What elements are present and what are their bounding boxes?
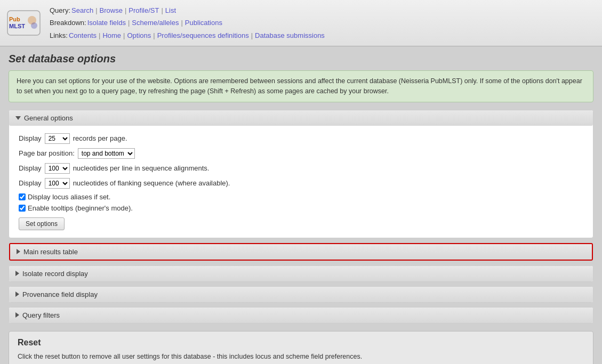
- info-text: Here you can set options for your use of…: [17, 77, 582, 95]
- page-title: Set database options: [9, 53, 593, 65]
- nucleotides-line-row: Display 50 100 200 500 nucleotides per l…: [19, 163, 583, 174]
- nucleotides-flank-select[interactable]: 50 100 200 500: [45, 178, 70, 189]
- nav-options-link[interactable]: Options: [127, 29, 151, 42]
- breakdown-label: Breakdown:: [50, 17, 86, 29]
- provenance-field-title: Provenance field display: [22, 290, 98, 298]
- general-options-title: General options: [24, 114, 73, 122]
- breakdown-row: Breakdown: Isolate fields | Scheme/allel…: [50, 17, 325, 29]
- query-filters-header[interactable]: Query filters: [9, 308, 593, 323]
- query-browse-link[interactable]: Browse: [100, 4, 123, 17]
- reset-description: Click the reset button to remove all use…: [18, 352, 584, 362]
- query-label: Query:: [50, 4, 70, 17]
- page-bar-label: Page bar position:: [19, 149, 75, 157]
- svg-text:Pub: Pub: [9, 16, 20, 22]
- display-records-suffix: records per page.: [73, 134, 127, 142]
- provenance-field-section: Provenance field display: [9, 286, 593, 303]
- display-records-select[interactable]: 10 25 50 100 200: [45, 133, 70, 144]
- query-row: Query: Search | Browse | Profile/ST | Li…: [50, 4, 325, 17]
- display-records-label: Display: [19, 134, 42, 142]
- page-bar-row: Page bar position: top and bottom top on…: [19, 148, 583, 159]
- provenance-field-toggle-icon: [15, 292, 19, 297]
- isolate-record-toggle-icon: [15, 271, 19, 276]
- general-options-section: General options Display 10 25 50 100 200…: [9, 110, 593, 238]
- nucleotides-flank-post-label: nucleotides of flanking sequence (where …: [73, 179, 230, 187]
- aliases-checkbox[interactable]: [19, 193, 26, 200]
- nucleotides-flank-pre-label: Display: [19, 179, 42, 187]
- breakdown-scheme-link[interactable]: Scheme/alleles: [132, 17, 179, 29]
- tooltips-checkbox-row: Enable tooltips (beginner's mode).: [19, 204, 583, 212]
- tooltips-checkbox[interactable]: [19, 205, 26, 212]
- query-filters-section: Query filters: [9, 307, 593, 323]
- query-filters-title: Query filters: [22, 311, 60, 319]
- isolate-record-header[interactable]: Isolate record display: [9, 266, 593, 281]
- links-label: Links:: [50, 29, 68, 42]
- svg-point-4: [31, 22, 37, 29]
- query-filters-toggle-icon: [15, 312, 19, 318]
- main-content: Set database options Here you can set op…: [0, 46, 602, 364]
- query-list-link[interactable]: List: [165, 4, 176, 17]
- site-logo: Pub MLST: [6, 10, 41, 36]
- provenance-field-header[interactable]: Provenance field display: [9, 287, 593, 302]
- isolate-record-title: Isolate record display: [22, 270, 88, 278]
- general-options-toggle-icon: [15, 116, 21, 120]
- general-options-header[interactable]: General options: [9, 110, 593, 126]
- nucleotides-line-select[interactable]: 50 100 200 500: [45, 163, 70, 174]
- nav-submissions-link[interactable]: Database submissions: [255, 29, 325, 42]
- reset-title: Reset: [18, 338, 584, 347]
- info-box: Here you can set options for your use of…: [9, 70, 593, 102]
- aliases-checkbox-row: Display locus aliases if set.: [19, 193, 583, 201]
- main-results-table-section: Main results table: [9, 242, 593, 261]
- nucleotides-line-pre-label: Display: [19, 164, 42, 172]
- header-navigation: Query: Search | Browse | Profile/ST | Li…: [50, 4, 325, 42]
- reset-section: Reset Click the reset button to remove a…: [9, 331, 593, 364]
- site-header: Pub MLST Query: Search | Browse | Profil…: [0, 0, 602, 46]
- nav-links-row: Links: Contents | Home | Options | Profi…: [50, 29, 325, 42]
- nucleotides-line-post-label: nucleotides per line in sequence alignme…: [73, 164, 210, 172]
- main-results-table-title: Main results table: [23, 248, 78, 256]
- nav-home-link[interactable]: Home: [102, 29, 121, 42]
- breakdown-publications-link[interactable]: Publications: [185, 17, 222, 29]
- tooltips-label: Enable tooltips (beginner's mode).: [28, 204, 133, 212]
- main-results-table-toggle-icon: [17, 249, 20, 254]
- query-profilest-link[interactable]: Profile/ST: [129, 4, 159, 17]
- set-options-button[interactable]: Set options: [19, 217, 65, 230]
- nav-contents-link[interactable]: Contents: [69, 29, 97, 42]
- display-records-row: Display 10 25 50 100 200 records per pag…: [19, 133, 583, 144]
- aliases-label: Display locus aliases if set.: [28, 193, 110, 201]
- page-bar-select[interactable]: top and bottom top only bottom only: [78, 148, 135, 159]
- general-options-content: Display 10 25 50 100 200 records per pag…: [9, 126, 593, 238]
- query-search-link[interactable]: Search: [71, 4, 93, 17]
- nav-profiles-link[interactable]: Profiles/sequences definitions: [157, 29, 249, 42]
- breakdown-isolate-link[interactable]: Isolate fields: [87, 17, 126, 29]
- main-results-table-header[interactable]: Main results table: [9, 243, 593, 261]
- svg-text:MLST: MLST: [9, 23, 25, 29]
- isolate-record-section: Isolate record display: [9, 265, 593, 282]
- nucleotides-flank-row: Display 50 100 200 500 nucleotides of fl…: [19, 178, 583, 189]
